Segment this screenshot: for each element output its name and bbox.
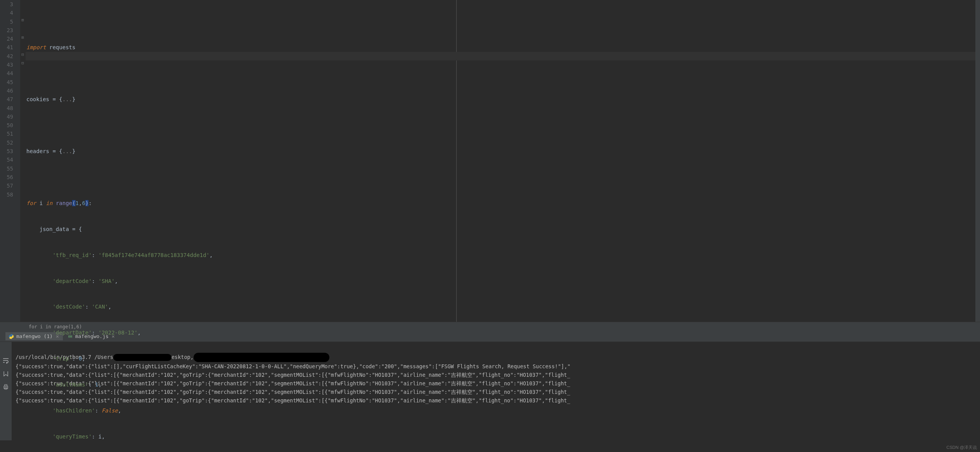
keyword: for <box>26 200 36 206</box>
line-number: 52 <box>0 138 13 147</box>
dict-key: 'departDate' <box>52 330 92 336</box>
code-line[interactable]: cookies = {...} <box>26 95 980 104</box>
current-line-highlight <box>26 52 980 60</box>
code-line[interactable]: 'tfb_req_id': 'f845af174e744af8778ac1833… <box>26 251 980 259</box>
console-pane: /usr/local/bin/python3.7 /Usersesktop, {… <box>0 342 980 440</box>
line-number: 46 <box>0 86 13 95</box>
redacted-path <box>194 353 329 362</box>
console-line: {"success":true,"data":{"list":[{"mercha… <box>16 397 570 404</box>
code-line[interactable]: 'departDate': '2022-08-12', <box>26 328 980 337</box>
line-gutter: 3 4 5 23 24 41 42 43 44 45 46 47 48 49 5… <box>0 0 20 322</box>
line-number: 44 <box>0 69 13 78</box>
code-line[interactable] <box>26 121 980 129</box>
dict-key: 'hasChildren' <box>52 407 95 414</box>
code-line[interactable]: json_data = { <box>26 225 980 233</box>
bracket: ) <box>85 200 88 206</box>
fold-column: ⊞ ⊞ ⊟ ⊟ <box>20 0 26 322</box>
line-number: 51 <box>0 129 13 138</box>
line-number: 4 <box>0 9 13 17</box>
python-icon <box>9 334 14 339</box>
line-number: 48 <box>0 104 13 112</box>
code-line[interactable]: 'departCode': 'SHA', <box>26 277 980 285</box>
keyword: import <box>26 44 46 50</box>
code-line[interactable]: headers = {...} <box>26 147 980 155</box>
editor-pane: 3 4 5 23 24 41 42 43 44 45 46 47 48 49 5… <box>0 0 980 322</box>
soft-wrap-icon[interactable] <box>3 357 9 364</box>
line-number: 47 <box>0 95 13 104</box>
module: requests <box>49 44 75 50</box>
console-line: {"success":true,"data":{"list":[],"curFl… <box>16 363 570 369</box>
keyword: False <box>102 407 118 414</box>
string: 'f845af174e744af8778ac183374dde1d' <box>98 252 210 258</box>
variable: headers <box>26 148 49 154</box>
bracket: ( <box>72 200 75 206</box>
code-line[interactable]: 'destCode': 'CAN', <box>26 302 980 311</box>
line-number: 24 <box>0 35 13 43</box>
line-number: 23 <box>0 26 13 35</box>
svg-rect-4 <box>5 385 7 386</box>
variable: cookies <box>26 96 49 102</box>
line-number: 5 <box>0 17 13 26</box>
fold-expand-icon[interactable]: ⊞ <box>21 17 25 22</box>
console-output[interactable]: /usr/local/bin/python3.7 /Usersesktop, {… <box>12 342 980 440</box>
line-number: 49 <box>0 112 13 121</box>
watermark: CSDN @泽天说 <box>947 445 977 450</box>
redacted-path <box>113 354 171 361</box>
string: 'SHA' <box>98 278 114 284</box>
code-line[interactable] <box>26 69 980 78</box>
dict-key: 'departCode' <box>52 278 92 284</box>
builtin: range <box>56 200 72 206</box>
line-number: 58 <box>0 190 13 199</box>
string: 'CAN' <box>92 304 108 310</box>
variable: json_data <box>40 226 69 232</box>
code-area[interactable]: import requests cookies = {...} headers … <box>26 0 980 322</box>
line-number: 41 <box>0 43 13 52</box>
code-line[interactable]: for i in range(1,6): <box>26 199 980 207</box>
variable: i <box>98 433 101 440</box>
code-line[interactable] <box>26 173 980 181</box>
fold-collapse-icon[interactable]: ⊟ <box>21 52 25 57</box>
dict-key: 'queryTimes' <box>52 433 92 440</box>
fold-collapse-icon[interactable]: ⊟ <box>21 60 25 66</box>
line-number: 3 <box>0 0 13 9</box>
number: 1 <box>76 200 79 206</box>
console-line: {"success":true,"data":{"list":[{"mercha… <box>16 372 570 378</box>
margin-guide <box>456 0 457 322</box>
right-gutter[interactable] <box>975 0 980 322</box>
string: '2022-08-12' <box>98 330 137 336</box>
line-number: 57 <box>0 181 13 190</box>
line-number: 42 <box>0 52 13 60</box>
folded-text[interactable]: ... <box>62 148 72 154</box>
console-line: {"success":true,"data":{"list":[{"mercha… <box>16 389 570 395</box>
line-number: 54 <box>0 155 13 164</box>
dict-key: 'adultNums' <box>52 381 88 388</box>
dict-key: 'destCode' <box>52 304 85 310</box>
line-number: 53 <box>0 147 13 155</box>
keyword: in <box>46 200 53 206</box>
folded-text[interactable]: ... <box>62 96 72 102</box>
scroll-end-icon[interactable] <box>3 371 9 377</box>
line-number: 55 <box>0 164 13 173</box>
line-number: 56 <box>0 173 13 181</box>
fold-expand-icon[interactable]: ⊞ <box>21 35 25 40</box>
console-toolbar <box>0 342 12 440</box>
line-number: 43 <box>0 60 13 69</box>
line-number: 45 <box>0 78 13 86</box>
code-line[interactable]: import requests <box>26 43 980 52</box>
line-number: 50 <box>0 121 13 129</box>
print-icon[interactable] <box>3 384 9 390</box>
dict-key: 'tfb_req_id' <box>52 252 92 258</box>
dict-key: 'trip' <box>52 355 72 362</box>
number: 6 <box>82 200 85 206</box>
